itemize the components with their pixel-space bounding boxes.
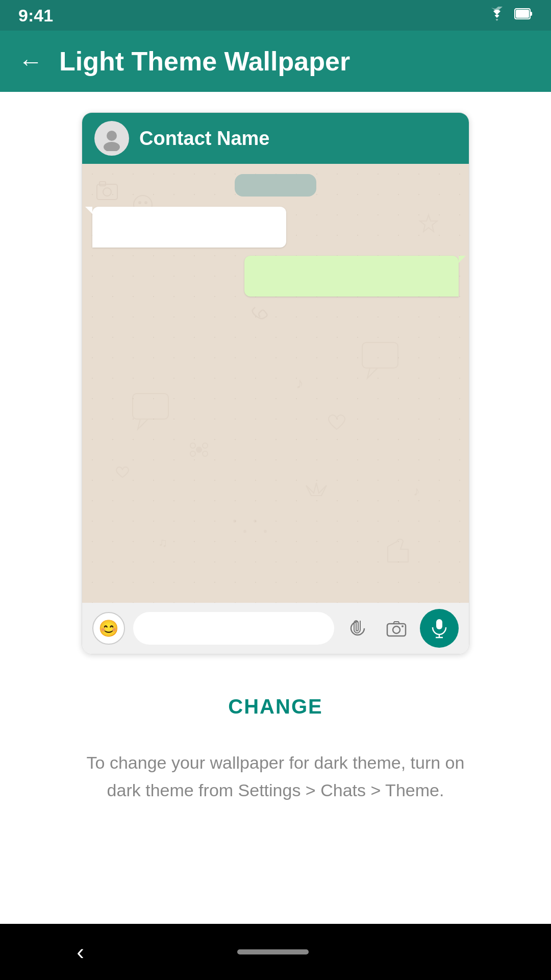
svg-text:♪: ♪ — [296, 375, 304, 391]
svg-point-23 — [233, 520, 236, 523]
svg-rect-1 — [530, 12, 532, 16]
bottom-nav: ‹ □ — [0, 924, 551, 980]
chat-header: Contact Name — [82, 113, 469, 164]
status-icons — [488, 7, 533, 24]
svg-point-12 — [138, 201, 141, 204]
battery-icon — [514, 7, 533, 24]
message-input[interactable] — [133, 612, 334, 645]
date-bubble — [92, 174, 459, 197]
page-title: Light Theme Wallpaper — [59, 46, 350, 77]
sent-message — [92, 256, 459, 297]
chat-body: ♪ ♫ ♪ — [82, 164, 469, 603]
camera-button[interactable] — [381, 613, 412, 644]
back-button[interactable]: ← — [18, 47, 43, 76]
status-time: 9:41 — [18, 6, 53, 26]
svg-point-26 — [264, 530, 267, 533]
chat-preview: Contact Name — [82, 112, 469, 654]
svg-point-24 — [243, 530, 246, 533]
wifi-icon — [488, 7, 506, 24]
chat-input-bar: 😊 — [82, 603, 469, 654]
svg-point-33 — [393, 626, 400, 633]
svg-point-25 — [254, 520, 257, 523]
svg-text:♪: ♪ — [413, 483, 420, 499]
date-pill — [235, 174, 316, 197]
system-back-button[interactable]: ‹ — [77, 939, 84, 965]
svg-rect-2 — [516, 10, 529, 18]
svg-point-4 — [104, 142, 120, 151]
svg-point-29 — [203, 443, 208, 448]
emoji-icon: 😊 — [98, 619, 119, 638]
received-message — [92, 207, 459, 248]
main-content: Contact Name — [0, 92, 551, 825]
app-bar: ← Light Theme Wallpaper — [0, 31, 551, 92]
attachment-button[interactable] — [342, 613, 373, 644]
home-pill[interactable] — [237, 949, 309, 954]
mic-button[interactable] — [420, 609, 459, 648]
avatar — [94, 121, 129, 156]
svg-point-13 — [144, 201, 147, 204]
received-bubble — [92, 207, 286, 248]
change-button[interactable]: CHANGE — [197, 685, 353, 728]
svg-point-31 — [203, 451, 208, 456]
status-bar: 9:41 — [0, 0, 551, 31]
svg-rect-35 — [436, 619, 442, 629]
info-text: To change your wallpaper for dark theme,… — [46, 749, 505, 804]
svg-point-30 — [190, 451, 195, 456]
sent-bubble — [244, 256, 459, 297]
svg-point-27 — [196, 447, 202, 453]
svg-point-3 — [107, 131, 117, 141]
emoji-button[interactable]: 😊 — [92, 612, 125, 645]
svg-text:♫: ♫ — [158, 535, 167, 549]
contact-name: Contact Name — [139, 128, 270, 150]
svg-rect-21 — [133, 394, 168, 419]
svg-rect-20 — [362, 342, 398, 368]
svg-point-34 — [402, 625, 404, 627]
svg-point-28 — [190, 443, 195, 448]
